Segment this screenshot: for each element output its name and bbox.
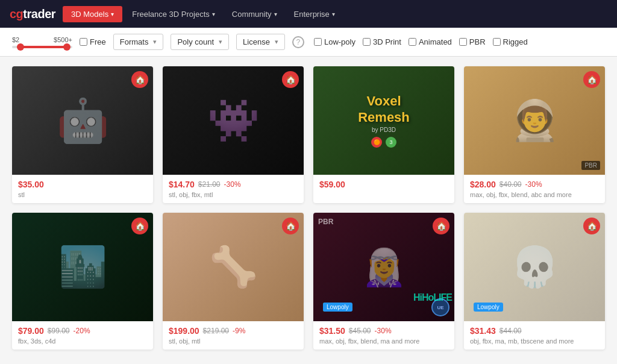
card-2-discount: -30% [224,180,241,189]
license-chevron-icon: ▾ [275,38,278,46]
card-6-price: $199.00 $219.00 -9% [169,326,298,336]
card-1-fav-icon[interactable]: 🏠 [131,71,148,88]
card-8-fav-icon[interactable]: 🏠 [583,218,600,234]
voxel-sub: by PD3D [372,127,396,133]
price-slider-track[interactable] [12,46,72,48]
card-2-price-main: $14.70 [169,180,195,189]
voxel-badge-2: 3 [386,137,396,148]
freelance-label: Freelance 3D Projects [132,10,210,19]
card-6-discount: -9% [233,327,245,335]
card-2-info: $14.70 $21.00 -30% stl, obj, fbx, mtl [163,175,304,203]
card-5-discount: -20% [74,327,90,335]
card-6-price-main: $199.00 [169,326,199,336]
threedprint-checkbox-label[interactable]: 3D Print [363,37,401,46]
free-checkbox-label[interactable]: Free [80,37,106,46]
product-card-6[interactable]: 🦴 🏠 $199.00 $219.00 -9% stl, obj, mtl [163,213,304,350]
card-4-price-main: $28.00 [470,180,496,189]
formats-dropdown[interactable]: Formats ▾ [113,34,164,50]
free-checkbox[interactable] [80,38,87,46]
freelance-button[interactable]: Freelance 3D Projects ▾ [125,6,222,22]
animated-checkbox[interactable] [409,38,416,46]
card-8-info: $31.43 $44.00 obj, fbx, ma, mb, tbscene … [464,321,605,350]
card-3-price: $59.00 [319,180,448,189]
price-min-label: $2 [12,36,19,43]
card-1-price-main: $35.00 [18,180,44,189]
card-6-fav-icon[interactable]: 🏠 [282,218,299,234]
card-6-price-orig: $219.00 [203,327,229,335]
card-5-fav-icon[interactable]: 🏠 [131,218,148,234]
card-4-info: $28.00 $40.00 -30% max, obj, fbx, blend,… [464,175,605,203]
card-2-fav-icon[interactable]: 🏠 [282,71,299,88]
logo-cg: cg [10,7,23,20]
community-chevron-icon: ▾ [274,11,277,17]
card-2-image: 👾 🏠 [163,66,304,175]
card-7-fav-icon[interactable]: 🏠 [433,218,449,234]
card-8-price-orig: $44.00 [500,327,522,335]
card-7-lowpoly-tag: Lowpoly [323,303,352,312]
lowpoly-checkbox-label[interactable]: Low-poly [314,37,355,46]
navbar: cgtrader 3D Models ▾ Freelance 3D Projec… [0,0,617,28]
product-card-7[interactable]: 🧝‍♀️ 🏠 PBR Rigged Lowpoly UE HiHoLIFE $3… [313,213,454,350]
slider-fill [18,46,69,48]
help-icon[interactable]: ? [292,36,304,48]
product-card-5[interactable]: 🏙️ 🏠 $79.00 $99.00 -20% fbx, 3ds, c4d [12,213,153,350]
rigged-checkbox[interactable] [493,38,501,46]
license-dropdown[interactable]: License ▾ [236,34,285,50]
animated-checkbox-label[interactable]: Animated [409,37,452,46]
card-7-discount: -30% [375,327,392,335]
card-5-price: $79.00 $99.00 -20% [18,326,147,336]
slider-thumb-right[interactable] [63,43,70,51]
polycount-label: Poly count [177,37,214,46]
card-3-price-main: $59.00 [319,180,345,189]
card-5-info: $79.00 $99.00 -20% fbx, 3ds, c4d [12,321,153,350]
rigged-checkbox-label[interactable]: Rigged [493,37,528,46]
polycount-dropdown[interactable]: Poly count ▾ [171,34,229,50]
card-7-image: 🧝‍♀️ 🏠 PBR Rigged Lowpoly UE HiHoLIFE [313,213,454,321]
card-5-image: 🏙️ 🏠 [12,213,153,321]
card-4-formats: max, obj, fbx, blend, abc and more [470,191,599,198]
product-card-2[interactable]: 👾 🏠 $14.70 $21.00 -30% stl, obj, fbx, mt… [163,66,304,203]
card-4-fav-icon[interactable]: 🏠 [583,71,600,88]
card-3-info: $59.00 [313,175,454,196]
enterprise-button[interactable]: Enterprise ▾ [287,6,342,22]
formats-chevron-icon: ▾ [153,38,157,46]
community-button[interactable]: Community ▾ [225,6,284,22]
card-7-price-orig: $45.00 [349,327,371,335]
logo[interactable]: cgtrader [10,7,55,21]
card-4-pbr-badge: PBR [581,161,600,170]
rigged-label: Rigged [503,37,528,46]
pbr-checkbox-label[interactable]: PBR [459,37,486,46]
polycount-chevron-icon: ▾ [219,38,222,46]
card-2-price-orig: $21.00 [198,180,221,189]
card-7-formats: max, obj, fbx, blend, ma and more [319,337,448,345]
product-card-4[interactable]: 👨‍🚀 🏠 PBR $28.00 $40.00 -30% max, obj, f… [464,66,605,203]
card-7-pbr-text: PBR [318,218,333,226]
enterprise-label: Enterprise [294,10,330,19]
card-4-discount: -30% [525,180,542,189]
card-8-formats: obj, fbx, ma, mb, tbscene and more [470,337,599,345]
card-1-price: $35.00 [18,180,147,189]
models-button[interactable]: 3D Models ▾ [63,6,122,22]
card-5-price-orig: $99.00 [48,327,70,335]
card-2-price: $14.70 $21.00 -30% [169,180,298,189]
product-card-8[interactable]: 💀 🏠 Lowpoly $31.43 $44.00 obj, fbx, ma, … [464,213,605,350]
card-6-image: 🦴 🏠 [163,213,304,321]
price-range: $2 $500+ [12,36,72,48]
product-card-1[interactable]: 🤖 🏠 $35.00 stl [12,66,153,203]
filter-bar: $2 $500+ Free Formats ▾ Poly count ▾ Lic… [0,28,617,57]
card-5-formats: fbx, 3ds, c4d [18,337,147,345]
pbr-checkbox[interactable] [459,38,467,46]
card-7-price-main: $31.50 [319,326,345,336]
product-card-3[interactable]: VoxelRemesh by PD3D 🟠 3 $59.00 [313,66,454,203]
card-8-price-main: $31.43 [470,326,496,336]
filter-options: Low-poly 3D Print Animated PBR Rigged [314,37,528,46]
lowpoly-label: Low-poly [324,37,355,46]
card-8-lowpoly-tag: Lowpoly [474,303,503,312]
price-labels: $2 $500+ [12,36,72,43]
models-chevron-icon: ▾ [111,11,114,17]
card-7-price: $31.50 $45.00 -30% [319,326,448,336]
slider-thumb-left[interactable] [17,43,24,51]
models-label: 3D Models [71,10,108,19]
lowpoly-checkbox[interactable] [314,38,322,46]
threedprint-checkbox[interactable] [363,38,371,46]
